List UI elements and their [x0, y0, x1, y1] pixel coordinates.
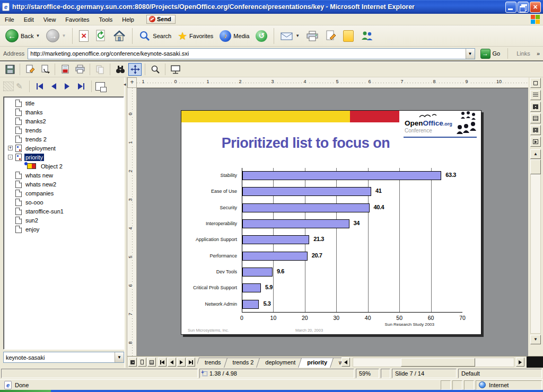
menu-tools[interactable]: Tools [94, 15, 118, 24]
expand-icon[interactable]: + [8, 146, 13, 150]
layer-view-mini-button[interactable] [147, 358, 156, 367]
tree-item-companies[interactable]: companies [4, 189, 124, 198]
menu-file[interactable]: File [0, 15, 19, 24]
slide-tab-trends[interactable]: trends [197, 358, 227, 368]
print-button[interactable] [304, 29, 321, 43]
navigator-button[interactable] [128, 63, 142, 76]
zoom-level-field[interactable]: 59% [356, 369, 379, 378]
value-label: 5.3 [263, 300, 270, 307]
vertical-scrollbar-thumb[interactable] [530, 159, 541, 174]
tree-item-deployment[interactable]: +deployment [4, 144, 124, 153]
slide-view-mini-button[interactable] [128, 358, 137, 367]
slide-master-mini-button[interactable] [138, 358, 146, 367]
tree-item-whats-new2[interactable]: whats new2 [4, 180, 124, 189]
menu-edit[interactable]: Edit [19, 15, 39, 24]
close-button[interactable]: × [530, 2, 541, 13]
tree-item-sun2[interactable]: sun2 [4, 216, 124, 225]
tab-scroll-left-button[interactable] [341, 358, 350, 367]
vertical-ruler[interactable]: 012345678 [127, 88, 137, 356]
slide-tree[interactable]: titlethanksthanks2trendstrends 2+deploym… [3, 96, 124, 350]
presentation-button[interactable] [169, 63, 182, 76]
tree-item-so-ooo[interactable]: so-ooo [4, 198, 124, 207]
refresh-button[interactable] [93, 29, 109, 43]
first-tab-button[interactable] [158, 358, 167, 367]
menu-favorites[interactable]: Favorites [60, 15, 94, 24]
tree-item-trends[interactable]: trends [4, 126, 124, 135]
tree-item-title[interactable]: title [4, 99, 124, 108]
tree-item-enjoy[interactable]: enjoy [4, 225, 124, 234]
minimize-button[interactable] [505, 2, 516, 13]
tree-item-thanks[interactable]: thanks [4, 108, 124, 117]
last-tab-button[interactable] [187, 358, 195, 367]
tree-item-whats-new[interactable]: whats new [4, 171, 124, 180]
previous-tab-button[interactable] [168, 358, 176, 367]
address-input[interactable] [28, 50, 465, 57]
horizontal-scrollbar-thumb[interactable] [401, 358, 475, 367]
zoom-button[interactable] [148, 63, 162, 76]
slide-tab-trends-2[interactable]: trends 2 [225, 358, 260, 368]
next-tab-button[interactable] [177, 358, 186, 367]
links-overflow-icon[interactable]: » [537, 50, 540, 57]
forward-button[interactable]: ▼ [44, 28, 68, 43]
restore-button[interactable] [518, 2, 529, 13]
mail-dropdown-icon[interactable]: ▼ [295, 33, 300, 38]
send-button[interactable]: Send [146, 15, 176, 24]
back-button[interactable]: Back ▼ [3, 28, 42, 43]
document-selector-dropdown-icon[interactable]: ▼ [115, 352, 124, 362]
horizontal-ruler[interactable]: 101234567891011 [137, 77, 529, 88]
home-button[interactable] [111, 29, 128, 43]
address-dropdown-icon[interactable]: ▼ [466, 49, 475, 59]
find-button[interactable] [113, 63, 127, 76]
outline-view-button[interactable] [530, 90, 541, 100]
fit-page-button[interactable] [530, 78, 541, 88]
first-slide-button[interactable] [33, 82, 46, 91]
tree-item-object-2[interactable]: Object 2 [4, 162, 124, 171]
tree-item-staroffice-sun1[interactable]: staroffice-sun1 [4, 207, 124, 216]
print-doc-button[interactable] [73, 63, 86, 76]
scroll-down-button[interactable]: ▼ [530, 335, 541, 344]
favorites-button[interactable]: ★ Favorites [176, 29, 215, 43]
tree-item-trends-2[interactable]: trends 2 [4, 135, 124, 144]
print-settings-button[interactable] [58, 63, 72, 76]
slide-tab-priority[interactable]: priority [300, 358, 334, 368]
slide-sorter-view-button[interactable] [530, 102, 541, 112]
menu-help[interactable]: Help [117, 15, 139, 24]
go-button[interactable]: → Go [478, 48, 503, 59]
edit-file-button[interactable] [23, 63, 37, 76]
notes-view-button[interactable] [530, 113, 541, 123]
scroll-right-button[interactable] [516, 358, 524, 367]
horizontal-scrollbar-track[interactable] [353, 358, 514, 367]
search-button[interactable]: Search [137, 29, 173, 43]
slide-canvas[interactable]: OpenOffice.org Conference Prioritized li… [181, 110, 481, 335]
back-dropdown-icon[interactable]: ▼ [36, 33, 40, 38]
edit-button[interactable] [323, 29, 339, 43]
mail-button[interactable]: ▼ [278, 30, 302, 42]
messenger-button[interactable] [358, 29, 376, 43]
history-button[interactable] [253, 29, 269, 43]
tree-item-priority[interactable]: -priority [4, 153, 124, 162]
stop-button[interactable] [77, 29, 91, 43]
previous-slide-button[interactable] [48, 82, 59, 91]
save-button[interactable] [3, 63, 16, 76]
load-url-button[interactable] [38, 63, 51, 76]
openoffice-conference-logo: OpenOffice.org Conference [401, 112, 477, 138]
slide-tab-deployment[interactable]: deployment [258, 358, 302, 368]
handout-view-button[interactable] [530, 125, 541, 135]
links-button[interactable]: Links [513, 50, 533, 57]
notes-button[interactable] [341, 29, 356, 43]
slide-show-button[interactable] [530, 137, 541, 147]
chart-row: Critical Prob Support5.9 [242, 280, 462, 296]
collapse-icon[interactable]: - [8, 155, 13, 159]
status-pane [441, 380, 451, 390]
menu-view[interactable]: View [39, 15, 61, 24]
media-button[interactable]: Media [217, 29, 251, 43]
scroll-up-button[interactable]: ▲ [530, 149, 541, 159]
document-selector[interactable]: keynote-sasaki ▼ [3, 352, 124, 363]
last-slide-button[interactable] [75, 82, 87, 91]
page-style-field[interactable]: Default [458, 369, 542, 378]
plugin-toolbar [0, 61, 543, 77]
next-slide-button[interactable] [62, 82, 73, 91]
vertical-scrollbar-track[interactable] [530, 159, 541, 334]
tree-item-thanks2[interactable]: thanks2 [4, 117, 124, 126]
new-window-icon[interactable] [95, 82, 105, 91]
